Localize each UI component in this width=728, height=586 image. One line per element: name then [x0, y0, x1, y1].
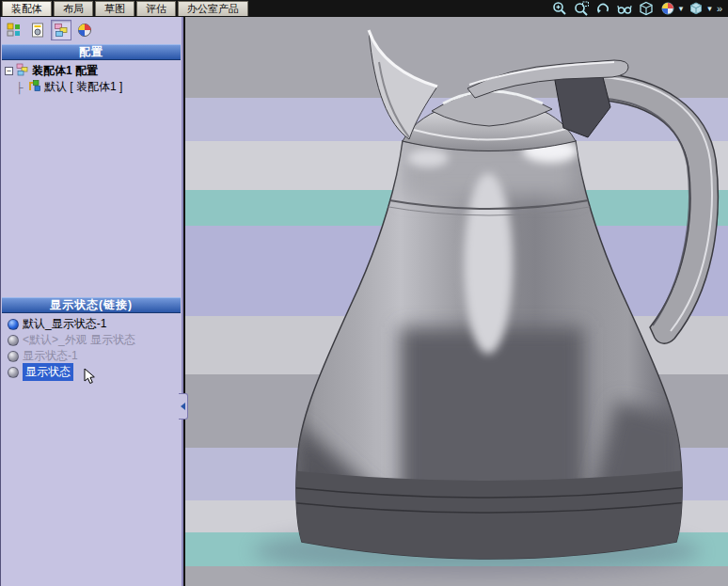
property-manager-icon[interactable]	[27, 20, 48, 40]
manager-panel: 配置 − 装配体1 配置 ├ 默认 [ 装配体1 ] 显示状态(链接) 默认_显…	[0, 17, 183, 586]
display-style-dropdown-icon[interactable]: ▾	[707, 5, 712, 13]
tab-evaluate[interactable]: 评估	[136, 1, 176, 16]
display-state-sphere-icon	[8, 335, 19, 346]
panel-collapse-handle[interactable]	[179, 393, 188, 420]
tab-sketch-label: 草图	[104, 2, 125, 16]
appearance-dropdown-icon[interactable]: ▾	[679, 5, 684, 13]
display-states-header-label: 显示状态(链接)	[50, 297, 133, 313]
mouse-cursor-icon	[84, 369, 97, 386]
display-state-label: 默认_显示状态-1	[23, 316, 106, 332]
tab-layout[interactable]: 布局	[54, 1, 93, 16]
display-state-sphere-icon	[8, 351, 19, 362]
tab-office-products-label: 办公室产品	[187, 2, 239, 16]
configurations-header-label: 配置	[79, 44, 103, 60]
tab-sketch[interactable]: 草图	[95, 1, 135, 16]
display-state-item-selected[interactable]: 显示状态	[1, 364, 182, 380]
display-state-sphere-icon	[8, 367, 19, 378]
more-icon[interactable]: »	[717, 3, 722, 14]
display-state-label: 显示状态	[23, 363, 73, 381]
previous-view-icon[interactable]	[594, 0, 611, 17]
zoom-area-icon[interactable]	[573, 0, 590, 17]
collapse-arrow-icon	[181, 403, 185, 410]
display-state-label: 显示状态-1	[23, 348, 78, 364]
configuration-tree: − 装配体1 配置 ├ 默认 [ 装配体1 ]	[1, 60, 182, 296]
tree-connector: ├	[14, 82, 25, 93]
display-state-sphere-icon	[8, 319, 19, 330]
zoom-fit-icon[interactable]	[551, 0, 568, 17]
view-settings-icon[interactable]	[616, 0, 633, 17]
display-state-item[interactable]: <默认>_外观 显示状态	[1, 332, 182, 348]
tab-assembly[interactable]: 装配体	[2, 1, 52, 16]
command-tab-bar: 装配体 布局 草图 评估 办公室产品 ▾ ▾ »	[0, 0, 728, 17]
display-state-item[interactable]: 显示状态-1	[1, 348, 182, 364]
tab-office-products[interactable]: 办公室产品	[178, 1, 248, 16]
feature-manager-icon[interactable]	[4, 20, 24, 40]
tab-evaluate-label: 评估	[146, 2, 166, 16]
carafe-body	[289, 138, 688, 581]
carafe-render	[185, 17, 728, 586]
configurations-root-label: 装配体1 配置	[32, 63, 98, 79]
tab-assembly-label: 装配体	[11, 2, 42, 16]
display-state-item-active[interactable]: 默认_显示状态-1	[1, 316, 182, 332]
configuration-manager-icon[interactable]	[51, 20, 71, 40]
appearance-icon[interactable]	[659, 0, 676, 17]
configurations-header: 配置	[2, 44, 181, 60]
default-configuration-label: 默认 [ 装配体1 ]	[44, 79, 122, 95]
display-states-header: 显示状态(链接)	[2, 297, 181, 313]
tree-row-configurations-root[interactable]: − 装配体1 配置	[1, 63, 182, 79]
view-orientation-icon[interactable]	[638, 0, 655, 17]
manager-tab-toolbar	[1, 17, 182, 43]
heads-up-toolbar: ▾ ▾ »	[551, 0, 728, 17]
display-state-label: <默认>_外观 显示状态	[23, 332, 135, 348]
display-states-list: 默认_显示状态-1 <默认>_外观 显示状态 显示状态-1 显示状态	[1, 313, 182, 380]
display-manager-icon[interactable]	[74, 20, 95, 40]
tab-layout-label: 布局	[63, 2, 84, 16]
collapse-toggle-icon[interactable]: −	[5, 67, 13, 75]
viewport-3d[interactable]	[185, 17, 728, 586]
assembly-configuration-icon	[28, 79, 41, 95]
configurations-root-icon	[16, 63, 29, 79]
display-style-icon[interactable]	[688, 0, 704, 17]
tree-row-default-configuration[interactable]: ├ 默认 [ 装配体1 ]	[1, 79, 182, 95]
